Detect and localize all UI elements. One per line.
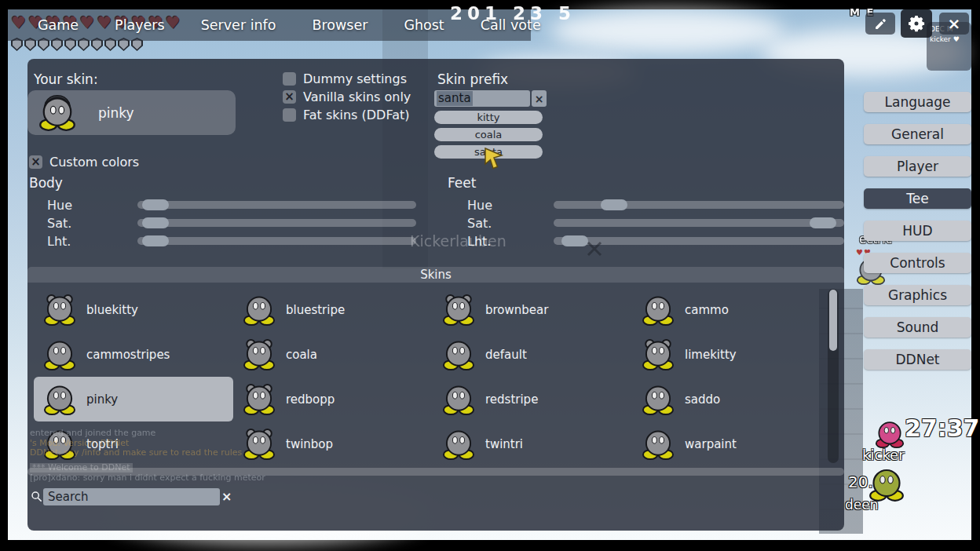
checkbox-row[interactable]: × Dummy settings — [283, 70, 411, 88]
skin-list-item[interactable]: default — [433, 332, 632, 377]
skin-prefix-input[interactable]: santa — [434, 90, 530, 107]
menu-tab[interactable]: Players — [115, 17, 165, 33]
skin-list-item[interactable]: bluestripe — [233, 287, 433, 332]
skin-list-item[interactable]: redbopp — [233, 377, 433, 421]
skin-list-item[interactable]: twintri — [433, 421, 632, 466]
slider-handle[interactable] — [810, 217, 836, 228]
editor-button[interactable] — [865, 13, 895, 35]
skins-scrollbar[interactable] — [828, 289, 839, 463]
slider-handle[interactable] — [142, 199, 169, 210]
skin-tee-icon — [43, 294, 76, 327]
nameplate-line: kicker ♥ — [930, 35, 968, 45]
player-nameplate: kicker — [862, 447, 905, 463]
skin-list-item[interactable]: saddo — [632, 377, 832, 421]
skin-name-label: coala — [286, 348, 317, 362]
skin-tee-icon — [642, 428, 675, 461]
slider-handle[interactable] — [561, 235, 588, 246]
settings-tab[interactable]: HUD — [864, 221, 971, 241]
race-timer: 27:37 — [905, 414, 980, 442]
checkbox-box[interactable]: × — [29, 155, 42, 169]
slider-label: Hue — [47, 198, 72, 213]
skin-tee-icon — [642, 338, 675, 371]
search-input[interactable] — [43, 488, 220, 505]
slider-row: Lht. — [29, 233, 422, 251]
skin-preview[interactable]: pinky — [27, 90, 236, 135]
skin-name-label: twintri — [485, 437, 523, 451]
settings-button[interactable] — [901, 9, 932, 38]
menu-tab[interactable]: Game — [38, 17, 79, 33]
chat-overlay: entered and joined the game's Mod. Versi… — [30, 429, 265, 483]
menu-tab[interactable]: Server info — [201, 17, 276, 33]
slider-track[interactable] — [554, 219, 844, 227]
menu-tab[interactable]: Browser — [312, 17, 368, 33]
skin-tee-icon — [442, 428, 475, 461]
gear-icon — [907, 14, 926, 33]
settings-tab[interactable]: Graphics — [864, 285, 971, 305]
menu-tab[interactable]: Ghost — [404, 17, 444, 33]
skin-tee-icon — [442, 383, 475, 416]
skin-name-label: brownbear — [485, 303, 548, 317]
checkbox-box[interactable]: × — [283, 108, 296, 122]
settings-tab[interactable]: Controls — [864, 253, 971, 273]
skin-list-item[interactable]: redstripe — [433, 377, 632, 421]
close-button[interactable]: × — [939, 13, 969, 35]
settings-tab[interactable]: Sound — [864, 317, 971, 338]
current-skin-name: pinky — [98, 105, 134, 121]
checkbox-box[interactable]: × — [283, 90, 296, 104]
skin-tee-icon — [43, 383, 76, 416]
custom-colors-checkbox[interactable]: × Custom colors — [29, 153, 139, 171]
settings-tab[interactable]: Tee — [864, 188, 971, 209]
skin-list-item[interactable]: warpaint — [632, 421, 832, 466]
skins-list-header: Skins — [27, 267, 844, 283]
prefix-clear-button[interactable]: × — [532, 90, 547, 107]
skin-name-label: default — [485, 348, 527, 362]
slider-row: Sat. — [29, 215, 422, 233]
skin-name-label: bluekitty — [86, 303, 138, 317]
skin-name-label: cammo — [685, 303, 729, 317]
skin-tee-icon — [442, 294, 475, 327]
settings-tab[interactable]: DDNet — [864, 349, 971, 370]
body-section-label: Body — [29, 175, 63, 191]
slider-label: Lht. — [47, 234, 71, 249]
slider-track[interactable] — [137, 237, 416, 245]
slider-handle[interactable] — [601, 199, 627, 210]
slider-label: Sat. — [467, 216, 492, 231]
checkbox-row[interactable]: × Vanilla skins only — [283, 88, 411, 106]
chat-line: [pro]xdano: sorry man i didnt expect a f… — [30, 473, 265, 483]
slider-handle[interactable] — [142, 235, 169, 246]
slider-row: Sat. — [448, 215, 844, 233]
player2-nameplate: deen — [845, 497, 878, 513]
skin-list-item[interactable]: cammostripes — [34, 332, 233, 377]
slider-track[interactable] — [137, 219, 416, 227]
skin-list-item[interactable]: pinky — [34, 377, 233, 421]
skin-list-item[interactable]: cammo — [632, 287, 832, 332]
skin-prefix-value: santa — [437, 91, 473, 106]
settings-tab[interactable]: Player — [864, 156, 971, 177]
skin-list-item[interactable]: coala — [233, 332, 433, 377]
prefix-option-button[interactable]: coala — [434, 128, 543, 141]
skin-name-label: redstripe — [485, 392, 538, 407]
skin-tee-icon — [243, 338, 276, 371]
checkbox-label: Dummy settings — [303, 71, 407, 86]
skin-prefix-label: Skin prefix — [437, 71, 508, 87]
skin-list-item[interactable]: brownbear — [433, 287, 632, 332]
slider-handle[interactable] — [142, 217, 169, 228]
your-skin-label: Your skin: — [34, 71, 98, 87]
screen-frame: 201 23 5 M E DEC M kicker ♥ Kickerlauben… — [0, 0, 980, 551]
search-clear-button[interactable]: × — [221, 489, 232, 504]
settings-tab[interactable]: Language — [864, 92, 971, 112]
check-icon: × — [284, 91, 294, 103]
prefix-option-button[interactable]: kitty — [434, 111, 543, 124]
settings-tab[interactable]: General — [864, 124, 971, 144]
skin-list-item[interactable]: bluekitty — [34, 287, 233, 332]
skin-list-item[interactable]: limekitty — [632, 332, 832, 377]
skin-tee-icon — [642, 383, 675, 416]
checkbox-label: Fat skins (DDFat) — [303, 108, 409, 122]
scrollbar-handle[interactable] — [829, 290, 837, 351]
checkbox-row[interactable]: × Fat skins (DDFat) — [283, 106, 411, 124]
slider-track[interactable] — [554, 201, 844, 209]
checkbox-box[interactable]: × — [283, 72, 296, 86]
slider-track[interactable] — [137, 201, 416, 209]
crosshair-icon — [586, 240, 603, 257]
slider-row: Hue — [448, 197, 844, 215]
